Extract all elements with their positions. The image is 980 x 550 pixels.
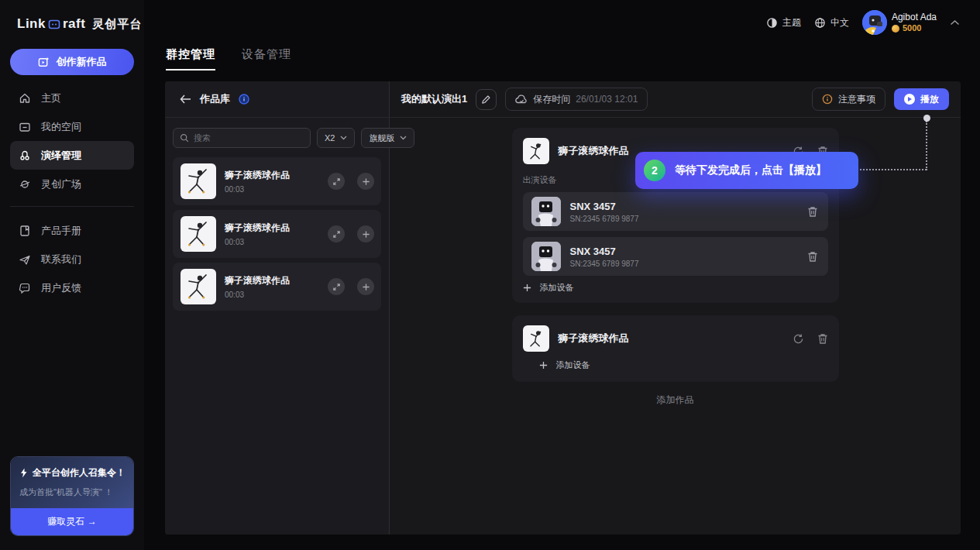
device-serial: SN:2345 6789 9877 — [570, 260, 639, 268]
chevron-up-icon[interactable] — [950, 19, 960, 26]
plus-icon — [539, 361, 548, 370]
coin-balance: 5000 — [892, 23, 937, 34]
promo-body: 全平台创作人召集令！ 成为首批"机器人导演" ！ — [11, 457, 133, 508]
search-input[interactable] — [194, 133, 304, 143]
connector-line-horizontal — [860, 169, 927, 170]
sidebar-item-product-manual[interactable]: 产品手册 — [10, 216, 134, 245]
create-work-button[interactable]: 创作新作品 — [10, 49, 134, 75]
main-tabs: 群控管理 设备管理 — [166, 47, 291, 70]
user-chip[interactable]: Agibot Ada 5000 — [862, 10, 937, 35]
sidebar-divider — [10, 206, 134, 207]
sidebar-item-performance-management[interactable]: 演绎管理 — [10, 141, 134, 170]
trash-icon[interactable] — [817, 333, 828, 345]
sidebar-item-label: 我的空间 — [41, 120, 81, 134]
search-box[interactable] — [173, 128, 311, 148]
save-time-label: 保存时间 — [533, 93, 570, 106]
robot-avatar — [531, 242, 561, 271]
add-to-stage-button[interactable] — [357, 278, 374, 295]
save-time-pill: 保存时间 26/01/03 12:01 — [505, 88, 648, 111]
sidebar: Link raft 灵创平台 创作新作品 主页 我的空间 — [0, 0, 144, 550]
sidebar-item-user-feedback[interactable]: 用户反馈 — [10, 273, 134, 302]
theme-label: 主题 — [782, 16, 801, 29]
device-row[interactable]: SNX 3457 SN:2345 6789 9877 — [523, 192, 828, 231]
preview-expand-button[interactable] — [328, 278, 345, 295]
brand-logo: Link raft 灵创平台 — [17, 16, 142, 32]
work-meta: 狮子滚绣球作品 00:03 — [225, 169, 319, 194]
speed-filter-dropdown[interactable]: X2 — [317, 128, 355, 148]
list-item[interactable]: 狮子滚绣球作品 00:03 — [173, 263, 381, 311]
work-title: 狮子滚绣球作品 — [225, 274, 319, 287]
add-device-label: 添加设备 — [540, 282, 574, 294]
sidebar-item-contact-us[interactable]: 联系我们 — [10, 245, 134, 273]
work-title: 狮子滚绣球作品 — [225, 222, 319, 235]
edit-title-button[interactable] — [476, 89, 497, 110]
sidebar-item-my-space[interactable]: 我的空间 — [10, 112, 134, 141]
add-work-button[interactable]: 添加作品 — [657, 394, 694, 407]
add-to-stage-button[interactable] — [357, 173, 374, 190]
work-card-header: 狮子滚绣球作品 — [523, 325, 828, 352]
work-actions — [793, 333, 828, 345]
sidebar-item-label: 演绎管理 — [41, 149, 81, 163]
language-label: 中文 — [830, 16, 849, 29]
library-controls: X2 旗舰版 — [165, 118, 389, 157]
theme-toggle[interactable]: 主题 — [766, 16, 801, 29]
plus-icon — [523, 284, 531, 292]
tab-device-management[interactable]: 设备管理 — [242, 47, 291, 70]
work-title: 狮子滚绣球作品 — [225, 169, 319, 182]
sidebar-item-plaza[interactable]: 灵创广场 — [10, 170, 134, 198]
planet-icon — [19, 178, 31, 191]
trash-icon[interactable] — [807, 251, 818, 263]
video-create-icon — [38, 57, 50, 68]
show-title: 我的默认演出1 — [401, 92, 467, 106]
play-button[interactable]: 播放 — [894, 88, 949, 110]
topbar: 主题 中文 Agibot Ada 5000 — [766, 10, 960, 35]
preview-expand-button[interactable] — [328, 225, 345, 242]
earn-gems-button[interactable]: 赚取灵石 → — [11, 508, 133, 535]
performance-icon — [19, 150, 31, 162]
lightning-icon — [19, 468, 29, 478]
logo-platform-name: 灵创平台 — [92, 17, 142, 32]
back-arrow-icon[interactable] — [180, 95, 191, 104]
notice-button[interactable]: 注意事项 — [812, 88, 885, 111]
trash-icon[interactable] — [807, 206, 818, 218]
device-serial: SN:2345 6789 9877 — [570, 215, 639, 223]
language-switcher[interactable]: 中文 — [814, 16, 849, 29]
stage-panel: 我的默认演出1 保存时间 26/01/03 12:01 注意事项 播放 — [390, 81, 961, 535]
work-thumbnail — [181, 216, 216, 252]
work-duration: 00:03 — [225, 238, 319, 246]
logo-text-suffix: raft — [63, 16, 85, 32]
chat-bubble-icon — [19, 282, 31, 294]
promo-card: 全平台创作人召集令！ 成为首批"机器人导演" ！ 赚取灵石 → — [10, 456, 134, 536]
sidebar-item-label: 主页 — [41, 91, 61, 105]
list-item[interactable]: 狮子滚绣球作品 00:03 — [173, 210, 381, 258]
works-library-panel: 作品库 X2 旗舰版 — [165, 81, 390, 535]
avatar — [862, 10, 887, 35]
info-icon[interactable] — [239, 94, 249, 105]
list-item[interactable]: 狮子滚绣球作品 00:03 — [173, 157, 381, 205]
robot-avatar — [531, 197, 561, 226]
app-root: Link raft 灵创平台 创作新作品 主页 我的空间 — [0, 0, 980, 550]
connector-dot — [923, 115, 930, 122]
paper-plane-icon — [19, 253, 31, 266]
preview-expand-button[interactable] — [328, 173, 345, 190]
add-to-stage-button[interactable] — [357, 225, 374, 242]
sidebar-item-home[interactable]: 主页 — [10, 84, 134, 112]
stage-work-card: 狮子滚绣球作品 添加设备 — [512, 315, 839, 382]
theme-icon — [766, 17, 778, 29]
step-badge: 2 — [644, 160, 665, 181]
warning-info-icon — [822, 94, 833, 105]
main-panel: 作品库 X2 旗舰版 — [165, 81, 961, 535]
promo-subtitle: 成为首批"机器人导演" ！ — [19, 486, 125, 498]
sidebar-item-label: 用户反馈 — [41, 281, 81, 295]
library-header: 作品库 — [165, 81, 389, 118]
add-device-button[interactable]: 添加设备 — [523, 282, 828, 294]
home-icon — [19, 92, 31, 105]
coin-icon — [892, 25, 899, 33]
user-meta: Agibot Ada 5000 — [892, 12, 937, 34]
logo-text-prefix: Link — [17, 16, 46, 32]
tab-group-control[interactable]: 群控管理 — [166, 47, 215, 70]
play-icon — [904, 94, 915, 105]
add-device-button[interactable]: 添加设备 — [539, 359, 828, 371]
refresh-icon[interactable] — [793, 333, 804, 345]
device-row[interactable]: SNX 3457 SN:2345 6789 9877 — [523, 237, 828, 276]
